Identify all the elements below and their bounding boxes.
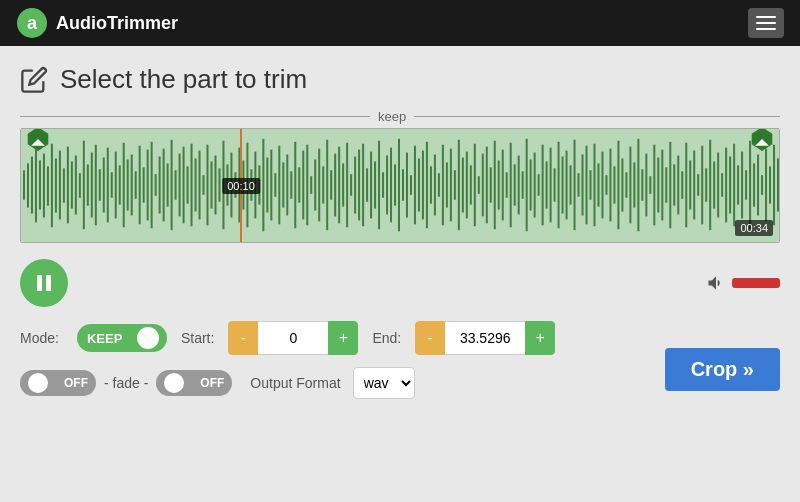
svg-rect-184 bbox=[745, 170, 747, 199]
start-plus-button[interactable]: + bbox=[328, 321, 358, 355]
logo-icon: a bbox=[16, 7, 48, 39]
svg-rect-162 bbox=[657, 157, 659, 212]
svg-rect-71 bbox=[294, 142, 296, 228]
play-pause-button[interactable] bbox=[20, 259, 68, 307]
svg-rect-39 bbox=[167, 163, 169, 206]
start-input[interactable] bbox=[258, 321, 328, 355]
svg-rect-188 bbox=[761, 175, 763, 195]
svg-rect-109 bbox=[446, 162, 448, 207]
logo-text: AudioTrimmer bbox=[56, 13, 178, 34]
svg-rect-34 bbox=[147, 150, 149, 221]
waveform-handle-left[interactable] bbox=[26, 128, 50, 151]
svg-rect-78 bbox=[322, 166, 324, 203]
svg-rect-64 bbox=[266, 157, 268, 212]
svg-rect-76 bbox=[314, 159, 316, 210]
svg-rect-171 bbox=[693, 151, 695, 220]
svg-rect-120 bbox=[490, 167, 492, 202]
svg-rect-155 bbox=[629, 147, 631, 224]
playhead[interactable]: 00:10 bbox=[240, 129, 242, 242]
svg-rect-147 bbox=[597, 163, 599, 206]
svg-rect-183 bbox=[741, 152, 743, 219]
svg-rect-74 bbox=[306, 145, 308, 226]
svg-rect-81 bbox=[334, 154, 336, 217]
mode-toggle-knob bbox=[137, 327, 159, 349]
svg-rect-170 bbox=[689, 160, 691, 209]
svg-rect-95 bbox=[390, 148, 392, 223]
svg-rect-166 bbox=[673, 164, 675, 205]
svg-rect-190 bbox=[769, 166, 771, 203]
svg-rect-9 bbox=[47, 166, 49, 205]
svg-rect-113 bbox=[462, 157, 464, 212]
svg-rect-179 bbox=[725, 148, 727, 223]
svg-rect-22 bbox=[99, 169, 101, 200]
volume-bar[interactable] bbox=[732, 278, 780, 288]
output-format-select[interactable]: wav mp3 ogg flac m4a bbox=[353, 367, 415, 399]
svg-rect-122 bbox=[498, 160, 500, 209]
keep-line-right bbox=[414, 116, 780, 117]
svg-rect-141 bbox=[574, 140, 576, 230]
svg-rect-96 bbox=[394, 164, 396, 205]
svg-rect-163 bbox=[661, 150, 663, 221]
svg-rect-129 bbox=[526, 139, 528, 231]
svg-rect-77 bbox=[318, 149, 320, 222]
svg-rect-103 bbox=[422, 151, 424, 220]
crop-button[interactable]: Crop » bbox=[665, 348, 780, 391]
svg-rect-16 bbox=[75, 156, 77, 215]
svg-rect-115 bbox=[470, 165, 472, 204]
hamburger-menu-button[interactable] bbox=[748, 8, 784, 38]
svg-rect-86 bbox=[354, 157, 356, 214]
svg-rect-118 bbox=[482, 154, 484, 217]
svg-rect-40 bbox=[171, 140, 173, 230]
svg-rect-121 bbox=[494, 141, 496, 229]
mode-label: Mode: bbox=[20, 330, 59, 346]
svg-rect-68 bbox=[282, 162, 284, 207]
svg-rect-151 bbox=[613, 166, 615, 203]
svg-rect-114 bbox=[466, 152, 468, 219]
svg-rect-125 bbox=[510, 143, 512, 228]
svg-rect-119 bbox=[486, 147, 488, 224]
svg-rect-51 bbox=[214, 156, 216, 215]
svg-rect-101 bbox=[414, 146, 416, 225]
end-label: End: bbox=[372, 330, 401, 346]
hamburger-line-2 bbox=[756, 22, 776, 24]
svg-rect-67 bbox=[278, 146, 280, 225]
fade-in-toggle[interactable]: OFF bbox=[20, 370, 96, 396]
svg-rect-164 bbox=[665, 167, 667, 202]
svg-rect-197 bbox=[37, 275, 42, 291]
waveform-handle-right[interactable] bbox=[750, 128, 774, 151]
controls-row bbox=[20, 259, 780, 307]
svg-rect-32 bbox=[139, 146, 141, 225]
svg-rect-33 bbox=[143, 167, 145, 202]
svg-rect-83 bbox=[342, 163, 344, 206]
svg-rect-69 bbox=[286, 155, 288, 216]
mode-toggle[interactable]: KEEP bbox=[77, 324, 167, 352]
svg-rect-127 bbox=[518, 156, 520, 215]
svg-rect-65 bbox=[270, 150, 272, 221]
svg-rect-42 bbox=[179, 154, 181, 217]
svg-rect-73 bbox=[302, 151, 304, 220]
title-row: Select the part to trim bbox=[20, 64, 780, 95]
end-minus-button[interactable]: - bbox=[415, 321, 445, 355]
svg-rect-133 bbox=[542, 145, 544, 226]
svg-rect-5 bbox=[31, 157, 33, 214]
svg-rect-124 bbox=[506, 172, 508, 198]
svg-rect-174 bbox=[705, 168, 707, 201]
logo-area: a AudioTrimmer bbox=[16, 7, 178, 39]
svg-rect-138 bbox=[562, 157, 564, 214]
svg-rect-165 bbox=[669, 142, 671, 228]
end-plus-button[interactable]: + bbox=[525, 321, 555, 355]
waveform-container[interactable]: // This is just placeholder; actual bars… bbox=[20, 128, 780, 243]
svg-rect-72 bbox=[298, 167, 300, 202]
svg-rect-46 bbox=[195, 158, 197, 211]
start-minus-button[interactable]: - bbox=[228, 321, 258, 355]
svg-rect-18 bbox=[83, 141, 85, 229]
svg-rect-15 bbox=[71, 161, 73, 208]
svg-rect-168 bbox=[681, 171, 683, 199]
svg-rect-145 bbox=[590, 170, 592, 199]
svg-rect-126 bbox=[514, 164, 516, 205]
svg-rect-84 bbox=[346, 143, 348, 228]
end-input[interactable] bbox=[445, 321, 525, 355]
svg-rect-94 bbox=[386, 156, 388, 215]
fade-out-toggle[interactable]: OFF bbox=[156, 370, 232, 396]
svg-rect-146 bbox=[593, 144, 595, 227]
